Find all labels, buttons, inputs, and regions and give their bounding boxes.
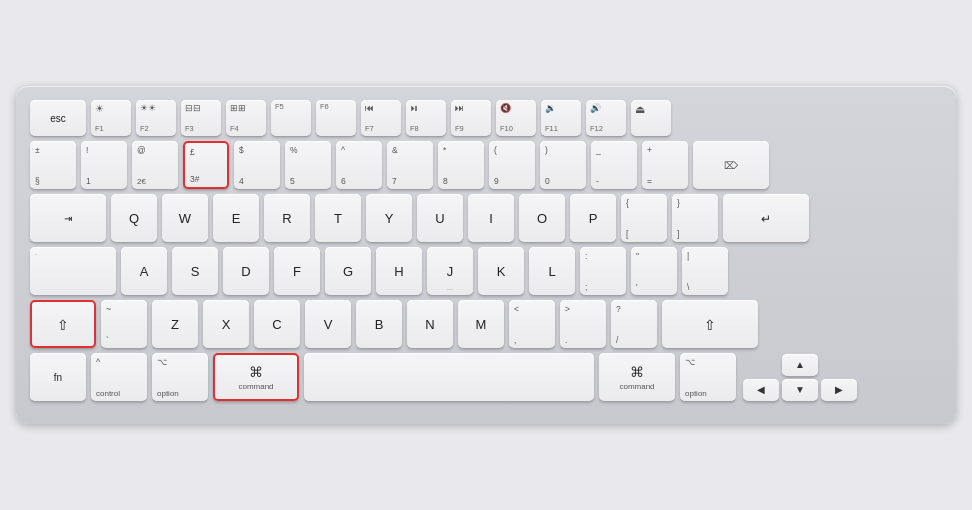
- key-c[interactable]: C: [254, 300, 300, 348]
- key-1[interactable]: ! 1: [81, 141, 127, 189]
- key-command-left[interactable]: ⌘ command: [213, 353, 299, 401]
- key-j[interactable]: J —: [427, 247, 473, 295]
- qwerty-row: ⇥ Q W E R T Y U I O P {: [30, 194, 942, 242]
- key-s[interactable]: S: [172, 247, 218, 295]
- key-backslash[interactable]: | \: [682, 247, 728, 295]
- key-b[interactable]: B: [356, 300, 402, 348]
- key-f7[interactable]: ⏮ F7: [361, 100, 401, 136]
- key-6[interactable]: ^ 6: [336, 141, 382, 189]
- key-o[interactable]: O: [519, 194, 565, 242]
- key-eject[interactable]: ⏏: [631, 100, 671, 136]
- key-w[interactable]: W: [162, 194, 208, 242]
- key-arrow-left[interactable]: ◀: [743, 379, 779, 401]
- key-2[interactable]: @ 2€: [132, 141, 178, 189]
- key-e[interactable]: E: [213, 194, 259, 242]
- key-rightbracket[interactable]: } ]: [672, 194, 718, 242]
- key-option-left[interactable]: ⌥ option: [152, 353, 208, 401]
- key-leftbracket[interactable]: { [: [621, 194, 667, 242]
- key-x[interactable]: X: [203, 300, 249, 348]
- key-k[interactable]: K: [478, 247, 524, 295]
- key-arrow-up[interactable]: ▲: [782, 354, 818, 376]
- key-l[interactable]: L: [529, 247, 575, 295]
- keyboard: esc ☀ F1 ☀☀ F2 ⊟⊟ F3 ⊞⊞ F4 F5 F6 ⏮ F7 ⏯: [16, 86, 956, 424]
- key-m[interactable]: M: [458, 300, 504, 348]
- key-f5[interactable]: F5: [271, 100, 311, 136]
- key-f10[interactable]: 🔇 F10: [496, 100, 536, 136]
- key-f12[interactable]: 🔊 F12: [586, 100, 626, 136]
- key-period[interactable]: > .: [560, 300, 606, 348]
- key-3[interactable]: £ 3#: [183, 141, 229, 189]
- fn-row: esc ☀ F1 ☀☀ F2 ⊟⊟ F3 ⊞⊞ F4 F5 F6 ⏮ F7 ⏯: [30, 100, 942, 136]
- key-tab[interactable]: ⇥: [30, 194, 106, 242]
- key-semicolon[interactable]: : ;: [580, 247, 626, 295]
- key-f1[interactable]: ☀ F1: [91, 100, 131, 136]
- key-space[interactable]: [304, 353, 594, 401]
- key-g[interactable]: G: [325, 247, 371, 295]
- key-d[interactable]: D: [223, 247, 269, 295]
- key-f11[interactable]: 🔉 F11: [541, 100, 581, 136]
- key-equals[interactable]: + =: [642, 141, 688, 189]
- key-capslock[interactable]: ·: [30, 247, 116, 295]
- key-comma[interactable]: < ,: [509, 300, 555, 348]
- key-f4[interactable]: ⊞⊞ F4: [226, 100, 266, 136]
- arrow-cluster: ▲ ◀ ▼ ▶: [743, 354, 857, 401]
- key-tilde[interactable]: ~ `: [101, 300, 147, 348]
- key-z[interactable]: Z: [152, 300, 198, 348]
- key-f2[interactable]: ☀☀ F2: [136, 100, 176, 136]
- key-v[interactable]: V: [305, 300, 351, 348]
- key-f8[interactable]: ⏯ F8: [406, 100, 446, 136]
- key-slash[interactable]: ? /: [611, 300, 657, 348]
- key-p[interactable]: P: [570, 194, 616, 242]
- bottom-row: fn ^ control ⌥ option ⌘ command ⌘ comman…: [30, 353, 942, 401]
- key-0[interactable]: ) 0: [540, 141, 586, 189]
- key-f[interactable]: F: [274, 247, 320, 295]
- key-fn[interactable]: fn: [30, 353, 86, 401]
- key-i[interactable]: I: [468, 194, 514, 242]
- key-minus[interactable]: _ -: [591, 141, 637, 189]
- key-shift-right[interactable]: ⇧: [662, 300, 758, 348]
- key-control[interactable]: ^ control: [91, 353, 147, 401]
- key-q[interactable]: Q: [111, 194, 157, 242]
- key-f6[interactable]: F6: [316, 100, 356, 136]
- key-y[interactable]: Y: [366, 194, 412, 242]
- key-return[interactable]: ↵: [723, 194, 809, 242]
- key-u[interactable]: U: [417, 194, 463, 242]
- key-9[interactable]: ( 9: [489, 141, 535, 189]
- key-f9[interactable]: ⏭ F9: [451, 100, 491, 136]
- number-row: ± § ! 1 @ 2€ £ 3# $ 4 % 5 ^ 6 & 7: [30, 141, 942, 189]
- key-5[interactable]: % 5: [285, 141, 331, 189]
- key-section[interactable]: ± §: [30, 141, 76, 189]
- key-quote[interactable]: " ': [631, 247, 677, 295]
- zxcv-row: ⇧ ~ ` Z X C V B N M < , >: [30, 300, 942, 348]
- key-f3[interactable]: ⊟⊟ F3: [181, 100, 221, 136]
- key-t[interactable]: T: [315, 194, 361, 242]
- asdf-row: · A S D F G H J — K L :: [30, 247, 942, 295]
- key-arrow-right[interactable]: ▶: [821, 379, 857, 401]
- key-arrow-down[interactable]: ▼: [782, 379, 818, 401]
- key-delete[interactable]: ⌦: [693, 141, 769, 189]
- key-4[interactable]: $ 4: [234, 141, 280, 189]
- key-7[interactable]: & 7: [387, 141, 433, 189]
- key-a[interactable]: A: [121, 247, 167, 295]
- key-n[interactable]: N: [407, 300, 453, 348]
- key-command-right[interactable]: ⌘ command: [599, 353, 675, 401]
- key-8[interactable]: * 8: [438, 141, 484, 189]
- key-shift-left[interactable]: ⇧: [30, 300, 96, 348]
- key-option-right[interactable]: ⌥ option: [680, 353, 736, 401]
- key-h[interactable]: H: [376, 247, 422, 295]
- key-esc[interactable]: esc: [30, 100, 86, 136]
- key-r[interactable]: R: [264, 194, 310, 242]
